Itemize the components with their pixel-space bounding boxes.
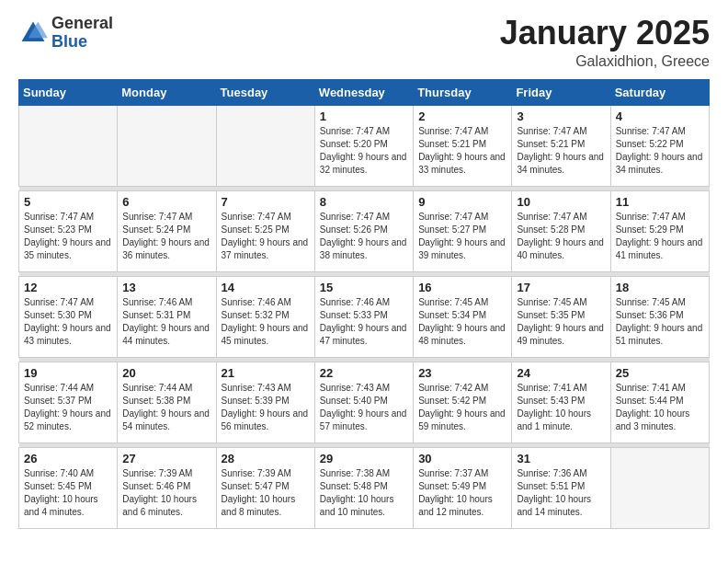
day-info: Sunrise: 7:39 AM Sunset: 5:46 PM Dayligh… bbox=[122, 467, 210, 519]
day-info: Sunrise: 7:46 AM Sunset: 5:32 PM Dayligh… bbox=[222, 296, 310, 348]
day-cell: 15Sunrise: 7:46 AM Sunset: 5:33 PM Dayli… bbox=[314, 276, 413, 357]
day-info: Sunrise: 7:47 AM Sunset: 5:21 PM Dayligh… bbox=[418, 125, 506, 177]
day-number: 18 bbox=[616, 281, 704, 294]
weekday-header-friday: Friday bbox=[512, 79, 610, 105]
day-info: Sunrise: 7:47 AM Sunset: 5:28 PM Dayligh… bbox=[517, 211, 605, 262]
weekday-header-thursday: Thursday bbox=[414, 79, 512, 105]
day-number: 27 bbox=[122, 452, 210, 465]
day-cell: 10Sunrise: 7:47 AM Sunset: 5:28 PM Dayli… bbox=[512, 190, 610, 271]
day-number: 4 bbox=[616, 109, 704, 123]
day-number: 12 bbox=[24, 281, 112, 294]
day-number: 10 bbox=[517, 195, 605, 209]
day-cell bbox=[19, 105, 118, 186]
day-number: 23 bbox=[418, 366, 506, 380]
day-cell: 8Sunrise: 7:47 AM Sunset: 5:26 PM Daylig… bbox=[314, 190, 413, 271]
day-info: Sunrise: 7:46 AM Sunset: 5:33 PM Dayligh… bbox=[320, 296, 408, 348]
day-number: 16 bbox=[418, 281, 506, 294]
day-info: Sunrise: 7:44 AM Sunset: 5:37 PM Dayligh… bbox=[24, 382, 112, 433]
day-number: 1 bbox=[320, 109, 408, 123]
title-block: January 2025 Galaxidhion, Greece bbox=[500, 15, 710, 70]
day-number: 25 bbox=[616, 366, 704, 380]
day-cell: 14Sunrise: 7:46 AM Sunset: 5:32 PM Dayli… bbox=[216, 276, 314, 357]
weekday-header-saturday: Saturday bbox=[610, 79, 709, 105]
week-row-1: 1Sunrise: 7:47 AM Sunset: 5:20 PM Daylig… bbox=[19, 105, 710, 186]
day-cell: 4Sunrise: 7:47 AM Sunset: 5:22 PM Daylig… bbox=[610, 105, 709, 186]
day-cell bbox=[216, 105, 314, 186]
day-cell: 17Sunrise: 7:45 AM Sunset: 5:35 PM Dayli… bbox=[512, 276, 610, 357]
day-number: 9 bbox=[418, 195, 506, 209]
day-info: Sunrise: 7:39 AM Sunset: 5:47 PM Dayligh… bbox=[222, 467, 310, 519]
day-info: Sunrise: 7:47 AM Sunset: 5:21 PM Dayligh… bbox=[517, 125, 605, 177]
calendar-subtitle: Galaxidhion, Greece bbox=[500, 53, 710, 70]
day-info: Sunrise: 7:47 AM Sunset: 5:24 PM Dayligh… bbox=[122, 211, 210, 262]
day-number: 11 bbox=[616, 195, 704, 209]
day-cell: 21Sunrise: 7:43 AM Sunset: 5:39 PM Dayli… bbox=[216, 362, 314, 442]
day-info: Sunrise: 7:43 AM Sunset: 5:39 PM Dayligh… bbox=[222, 382, 310, 433]
day-number: 3 bbox=[517, 109, 605, 123]
logo-icon bbox=[18, 18, 48, 48]
day-info: Sunrise: 7:36 AM Sunset: 5:51 PM Dayligh… bbox=[517, 467, 605, 519]
header: General Blue January 2025 Galaxidhion, G… bbox=[18, 15, 710, 70]
day-cell: 23Sunrise: 7:42 AM Sunset: 5:42 PM Dayli… bbox=[414, 362, 512, 442]
day-info: Sunrise: 7:47 AM Sunset: 5:20 PM Dayligh… bbox=[320, 125, 408, 177]
day-cell: 29Sunrise: 7:38 AM Sunset: 5:48 PM Dayli… bbox=[314, 447, 413, 528]
day-cell: 7Sunrise: 7:47 AM Sunset: 5:25 PM Daylig… bbox=[216, 190, 314, 271]
day-number: 31 bbox=[517, 452, 605, 465]
day-number: 8 bbox=[320, 195, 408, 209]
day-cell: 6Sunrise: 7:47 AM Sunset: 5:24 PM Daylig… bbox=[118, 190, 216, 271]
day-cell: 25Sunrise: 7:41 AM Sunset: 5:44 PM Dayli… bbox=[610, 362, 709, 442]
logo: General Blue bbox=[18, 15, 113, 52]
day-cell: 12Sunrise: 7:47 AM Sunset: 5:30 PM Dayli… bbox=[19, 276, 118, 357]
day-number: 20 bbox=[122, 366, 210, 380]
day-info: Sunrise: 7:45 AM Sunset: 5:36 PM Dayligh… bbox=[616, 296, 704, 348]
day-cell: 9Sunrise: 7:47 AM Sunset: 5:27 PM Daylig… bbox=[414, 190, 512, 271]
weekday-header-monday: Monday bbox=[118, 79, 216, 105]
day-number: 15 bbox=[320, 281, 408, 294]
day-info: Sunrise: 7:37 AM Sunset: 5:49 PM Dayligh… bbox=[418, 467, 506, 519]
day-number: 13 bbox=[122, 281, 210, 294]
day-cell: 2Sunrise: 7:47 AM Sunset: 5:21 PM Daylig… bbox=[414, 105, 512, 186]
weekday-header-tuesday: Tuesday bbox=[216, 79, 314, 105]
week-row-5: 26Sunrise: 7:40 AM Sunset: 5:45 PM Dayli… bbox=[19, 447, 710, 528]
week-row-4: 19Sunrise: 7:44 AM Sunset: 5:37 PM Dayli… bbox=[19, 362, 710, 442]
day-info: Sunrise: 7:47 AM Sunset: 5:27 PM Dayligh… bbox=[418, 211, 506, 262]
week-row-2: 5Sunrise: 7:47 AM Sunset: 5:23 PM Daylig… bbox=[19, 190, 710, 271]
day-info: Sunrise: 7:47 AM Sunset: 5:26 PM Dayligh… bbox=[320, 211, 408, 262]
day-number: 5 bbox=[24, 195, 112, 209]
day-cell: 27Sunrise: 7:39 AM Sunset: 5:46 PM Dayli… bbox=[118, 447, 216, 528]
day-info: Sunrise: 7:46 AM Sunset: 5:31 PM Dayligh… bbox=[122, 296, 210, 348]
weekday-header-sunday: Sunday bbox=[19, 79, 118, 105]
day-cell: 30Sunrise: 7:37 AM Sunset: 5:49 PM Dayli… bbox=[414, 447, 512, 528]
day-info: Sunrise: 7:40 AM Sunset: 5:45 PM Dayligh… bbox=[24, 467, 112, 519]
day-cell: 1Sunrise: 7:47 AM Sunset: 5:20 PM Daylig… bbox=[314, 105, 413, 186]
day-number: 6 bbox=[122, 195, 210, 209]
day-info: Sunrise: 7:45 AM Sunset: 5:35 PM Dayligh… bbox=[517, 296, 605, 348]
day-info: Sunrise: 7:47 AM Sunset: 5:30 PM Dayligh… bbox=[24, 296, 112, 348]
day-cell: 31Sunrise: 7:36 AM Sunset: 5:51 PM Dayli… bbox=[512, 447, 610, 528]
day-number: 24 bbox=[517, 366, 605, 380]
day-number: 7 bbox=[222, 195, 310, 209]
day-cell: 24Sunrise: 7:41 AM Sunset: 5:43 PM Dayli… bbox=[512, 362, 610, 442]
day-number: 19 bbox=[24, 366, 112, 380]
day-info: Sunrise: 7:38 AM Sunset: 5:48 PM Dayligh… bbox=[320, 467, 408, 519]
week-row-3: 12Sunrise: 7:47 AM Sunset: 5:30 PM Dayli… bbox=[19, 276, 710, 357]
day-info: Sunrise: 7:41 AM Sunset: 5:44 PM Dayligh… bbox=[616, 382, 704, 433]
day-info: Sunrise: 7:47 AM Sunset: 5:29 PM Dayligh… bbox=[616, 211, 704, 262]
day-cell bbox=[610, 447, 709, 528]
day-cell bbox=[118, 105, 216, 186]
day-info: Sunrise: 7:47 AM Sunset: 5:23 PM Dayligh… bbox=[24, 211, 112, 262]
day-info: Sunrise: 7:47 AM Sunset: 5:22 PM Dayligh… bbox=[616, 125, 704, 177]
weekday-header-wednesday: Wednesday bbox=[314, 79, 413, 105]
day-number: 2 bbox=[418, 109, 506, 123]
day-number: 17 bbox=[517, 281, 605, 294]
calendar-table: SundayMondayTuesdayWednesdayThursdayFrid… bbox=[18, 79, 710, 529]
day-number: 30 bbox=[418, 452, 506, 465]
weekday-header-row: SundayMondayTuesdayWednesdayThursdayFrid… bbox=[19, 79, 710, 105]
day-cell: 16Sunrise: 7:45 AM Sunset: 5:34 PM Dayli… bbox=[414, 276, 512, 357]
day-info: Sunrise: 7:43 AM Sunset: 5:40 PM Dayligh… bbox=[320, 382, 408, 433]
day-cell: 26Sunrise: 7:40 AM Sunset: 5:45 PM Dayli… bbox=[19, 447, 118, 528]
day-number: 28 bbox=[222, 452, 310, 465]
day-info: Sunrise: 7:47 AM Sunset: 5:25 PM Dayligh… bbox=[222, 211, 310, 262]
day-number: 26 bbox=[24, 452, 112, 465]
day-cell: 28Sunrise: 7:39 AM Sunset: 5:47 PM Dayli… bbox=[216, 447, 314, 528]
